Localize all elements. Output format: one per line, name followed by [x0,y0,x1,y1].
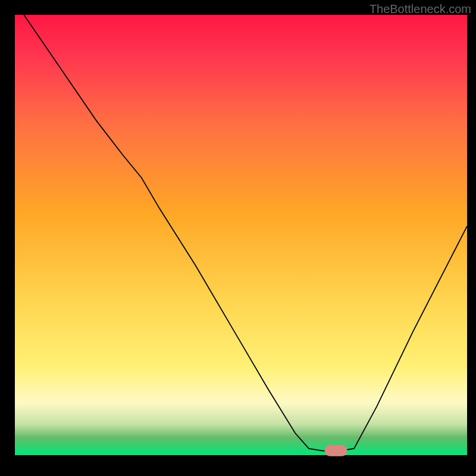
chart-container: TheBottleneck.com [0,0,476,476]
target-marker [325,445,347,456]
bottleneck-chart [0,0,476,476]
plot-background [15,15,467,455]
watermark-text: TheBottleneck.com [369,2,471,16]
